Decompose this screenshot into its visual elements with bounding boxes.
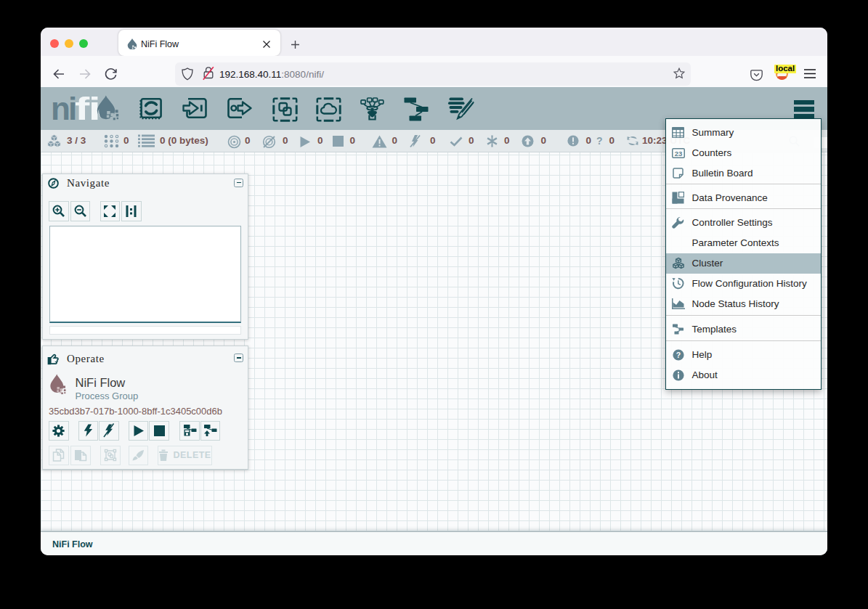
svg-text:?: ?: [676, 350, 680, 359]
svg-text:23: 23: [674, 149, 682, 157]
